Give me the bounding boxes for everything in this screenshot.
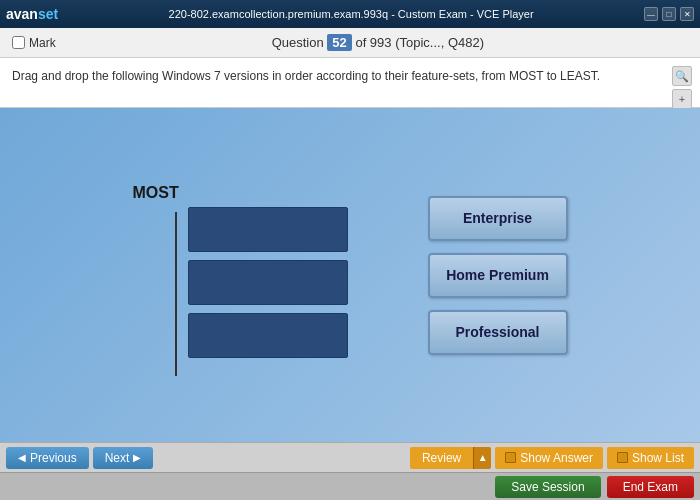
vertical-line (175, 212, 177, 376)
drag-drop-area: MOST Enterprise Home Premium Professiona… (0, 108, 700, 442)
question-area: Drag and drop the following Windows 7 ve… (0, 58, 700, 108)
most-label: MOST (133, 184, 348, 202)
bottom-action-bar: Save Session End Exam (0, 472, 700, 500)
question-text: Drag and drop the following Windows 7 ve… (12, 68, 688, 85)
drop-zone-container: MOST (133, 184, 348, 366)
zoom-search-icon[interactable]: 🔍 (672, 66, 692, 86)
drop-slot-3[interactable] (188, 313, 348, 358)
question-word: Question (272, 35, 324, 50)
question-total: of 993 (Topic..., Q482) (355, 35, 484, 50)
minimize-button[interactable]: — (644, 7, 658, 21)
window-title: 220-802.examcollection.premium.exam.993q… (58, 8, 644, 20)
next-button[interactable]: Next ▶ (93, 447, 154, 469)
drop-slot-2[interactable] (188, 260, 348, 305)
mark-input[interactable] (12, 36, 25, 49)
window-controls: — □ ✕ (644, 7, 694, 21)
show-answer-button[interactable]: Show Answer (495, 447, 603, 469)
show-list-button[interactable]: Show List (607, 447, 694, 469)
show-answer-label: Show Answer (520, 451, 593, 465)
next-arrow-icon: ▶ (133, 452, 141, 463)
logo: avanset (6, 6, 58, 22)
mark-checkbox-container[interactable]: Mark (12, 36, 56, 50)
drag-items: Enterprise Home Premium Professional (428, 196, 568, 355)
next-label: Next (105, 451, 130, 465)
show-list-label: Show List (632, 451, 684, 465)
save-session-button[interactable]: Save Session (495, 476, 600, 498)
review-container: Review ▲ (410, 447, 491, 469)
question-info: Question 52 of 993 (Topic..., Q482) (68, 34, 688, 51)
review-expand-icon: ▲ (478, 452, 488, 463)
drag-item-home-premium[interactable]: Home Premium (428, 253, 568, 298)
end-exam-button[interactable]: End Exam (607, 476, 694, 498)
bottom-nav: ◀ Previous Next ▶ Review ▲ Show Answer S… (0, 442, 700, 472)
close-button[interactable]: ✕ (680, 7, 694, 21)
maximize-button[interactable]: □ (662, 7, 676, 21)
question-header: Mark Question 52 of 993 (Topic..., Q482) (0, 28, 700, 58)
zoom-in-button[interactable]: + (672, 89, 692, 109)
drag-item-enterprise[interactable]: Enterprise (428, 196, 568, 241)
drag-item-professional[interactable]: Professional (428, 310, 568, 355)
title-bar: avanset 220-802.examcollection.premium.e… (0, 0, 700, 28)
mark-label: Mark (29, 36, 56, 50)
previous-arrow-icon: ◀ (18, 452, 26, 463)
answer-checkbox-icon (505, 452, 516, 463)
question-number: 52 (327, 34, 351, 51)
review-expand-button[interactable]: ▲ (473, 447, 491, 469)
review-button[interactable]: Review (410, 447, 473, 469)
previous-label: Previous (30, 451, 77, 465)
list-checkbox-icon (617, 452, 628, 463)
previous-button[interactable]: ◀ Previous (6, 447, 89, 469)
main-window: Mark Question 52 of 993 (Topic..., Q482)… (0, 28, 700, 500)
logo-text: avanset (6, 6, 58, 22)
drop-slot-1[interactable] (188, 207, 348, 252)
